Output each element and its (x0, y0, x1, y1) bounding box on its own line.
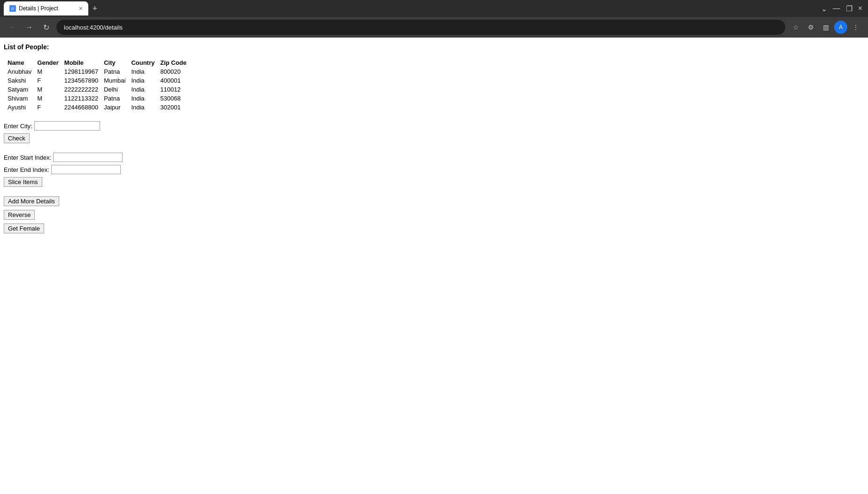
city-input[interactable] (34, 121, 100, 131)
minimize-button[interactable]: — (831, 4, 842, 13)
table-cell: Shivam (8, 94, 37, 103)
new-tab-button[interactable]: + (88, 2, 101, 15)
get-female-section: Get Female (4, 224, 864, 233)
tab-favicon: D (9, 5, 16, 12)
city-filter-row: Enter City: (4, 121, 864, 131)
col-header-country: Country (131, 58, 160, 67)
table-cell: India (131, 76, 160, 85)
col-header-mobile: Mobile (64, 58, 104, 67)
table-cell: India (131, 85, 160, 94)
restore-button[interactable]: ❐ (844, 4, 854, 13)
col-header-name: Name (8, 58, 37, 67)
table-cell: Patna (104, 94, 131, 103)
table-cell: 400001 (160, 76, 192, 85)
table-cell: Ayushi (8, 103, 37, 112)
table-cell: India (131, 103, 160, 112)
bookmark-button[interactable]: ☆ (789, 21, 802, 34)
table-cell: Anubhav (8, 67, 37, 76)
table-cell: India (131, 94, 160, 103)
table-cell: 800020 (160, 67, 192, 76)
table-cell: 1122113322 (64, 94, 104, 103)
table-cell: 302001 (160, 103, 192, 112)
address-bar: ← → ↻ ☆ ⚙ ▥ A ⋮ (0, 17, 868, 38)
city-label: Enter City: (4, 123, 32, 130)
col-header-city: City (104, 58, 131, 67)
table-row: SakshiF1234567890MumbaiIndia400001 (8, 76, 192, 85)
profile-button[interactable]: A (834, 21, 847, 34)
table-body: AnubhavM1298119967PatnaIndia800020Sakshi… (8, 67, 192, 112)
col-header-zipcode: Zip Code (160, 58, 192, 67)
window-close-button[interactable]: × (856, 4, 864, 13)
people-table: Name Gender Mobile City Country Zip Code… (8, 58, 192, 112)
add-more-details-button[interactable]: Add More Details (4, 196, 59, 206)
extensions-button[interactable]: ⚙ (804, 21, 817, 34)
table-row: AyushiF2244668800JaipurIndia302001 (8, 103, 192, 112)
forward-button[interactable]: → (23, 21, 36, 34)
table-cell: 530068 (160, 94, 192, 103)
reverse-section: Reverse (4, 210, 864, 220)
tab-list-button[interactable]: ⌄ (819, 4, 829, 13)
table-cell: Sakshi (8, 76, 37, 85)
menu-button[interactable]: ⋮ (849, 21, 862, 34)
table-cell: Satyam (8, 85, 37, 94)
back-button[interactable]: ← (6, 21, 19, 34)
end-index-row: Enter End Index: (4, 165, 864, 174)
city-filter-section: Enter City: Check (4, 121, 864, 147)
table-cell: 1298119967 (64, 67, 104, 76)
tab-title: Details | Project (19, 5, 58, 12)
end-index-label: Enter End Index: (4, 166, 49, 173)
table-cell: 110012 (160, 85, 192, 94)
reload-button[interactable]: ↻ (39, 21, 53, 34)
tab-close-button[interactable]: × (79, 5, 83, 12)
table-cell: 2244668800 (64, 103, 104, 112)
active-tab[interactable]: D Details | Project × (4, 1, 88, 15)
slice-button[interactable]: Slice Items (4, 177, 42, 187)
add-details-section: Add More Details (4, 196, 864, 206)
start-index-row: Enter Start Index: (4, 153, 864, 162)
end-index-input[interactable] (51, 165, 121, 174)
start-index-input[interactable] (53, 153, 123, 162)
table-cell: India (131, 67, 160, 76)
table-cell: F (37, 103, 64, 112)
table-cell: Jaipur (104, 103, 131, 112)
sidebar-button[interactable]: ▥ (819, 21, 832, 34)
table-cell: Patna (104, 67, 131, 76)
table-header-row: Name Gender Mobile City Country Zip Code (8, 58, 192, 67)
browser-chrome: D Details | Project × + ⌄ — ❐ × ← → ↻ ☆ … (0, 0, 868, 38)
table-row: AnubhavM1298119967PatnaIndia800020 (8, 67, 192, 76)
page-title: List of People: (4, 43, 864, 51)
check-button[interactable]: Check (4, 133, 30, 143)
table-cell: Mumbai (104, 76, 131, 85)
page-content: List of People: Name Gender Mobile City … (0, 38, 868, 494)
address-input-wrapper[interactable] (56, 20, 785, 35)
start-index-label: Enter Start Index: (4, 154, 51, 161)
table-cell: M (37, 67, 64, 76)
get-female-button[interactable]: Get Female (4, 224, 44, 233)
address-input[interactable] (64, 24, 778, 31)
col-header-gender: Gender (37, 58, 64, 67)
table-cell: Delhi (104, 85, 131, 94)
browser-actions: ☆ ⚙ ▥ A ⋮ (789, 21, 862, 34)
tab-controls: ⌄ — ❐ × (819, 4, 864, 13)
table-row: ShivamM1122113322PatnaIndia530068 (8, 94, 192, 103)
table-cell: F (37, 76, 64, 85)
table-cell: 1234567890 (64, 76, 104, 85)
table-row: SatyamM2222222222DelhiIndia110012 (8, 85, 192, 94)
tab-bar: D Details | Project × + ⌄ — ❐ × (0, 0, 868, 17)
table-cell: 2222222222 (64, 85, 104, 94)
table-cell: M (37, 94, 64, 103)
slice-section: Enter Start Index: Enter End Index: Slic… (4, 153, 864, 191)
table-cell: M (37, 85, 64, 94)
reverse-button[interactable]: Reverse (4, 210, 35, 220)
